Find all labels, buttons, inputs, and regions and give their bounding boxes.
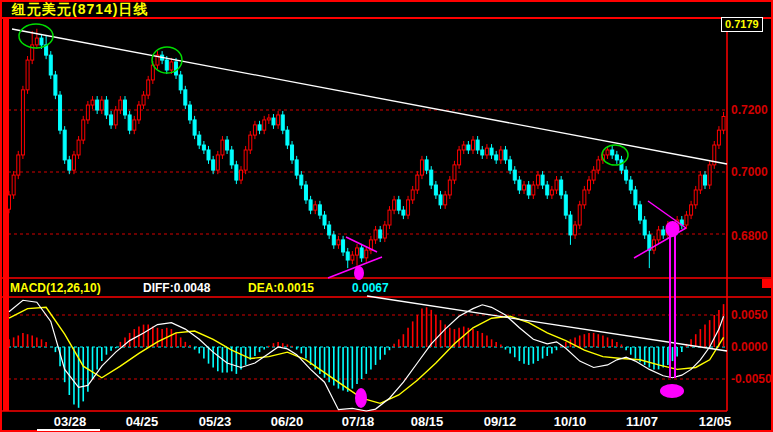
right-edge-marker	[762, 279, 771, 288]
date-axis-label: 05/23	[192, 414, 238, 429]
price-axis-label: 0.6800	[731, 229, 768, 243]
highlight-ellipses	[19, 24, 628, 165]
chart-frame	[0, 1, 773, 431]
last-price-badge: 0.7179	[721, 17, 763, 32]
gridlines	[8, 110, 727, 379]
macd-value-label: 0.0067	[352, 281, 389, 295]
date-axis-label: 07/18	[335, 414, 381, 429]
diff-value-label: DIFF:0.0048	[143, 281, 210, 295]
date-axis-label: 04/25	[119, 414, 165, 429]
date-axis-label: 06/20	[264, 414, 310, 429]
date-axis-label: 09/12	[477, 414, 523, 429]
chart-canvas[interactable]	[0, 0, 773, 432]
price-axis-label: 0.7000	[731, 165, 768, 179]
macd-params-label: MACD(12,26,10)	[10, 281, 101, 295]
horizontal-scrollbar-thumb[interactable]	[37, 429, 100, 431]
date-axis-label: 11/07	[619, 414, 665, 429]
date-axis-label: 10/10	[547, 414, 593, 429]
date-axis-label: 12/05	[692, 414, 738, 429]
pennant-annotations	[328, 201, 686, 278]
macd-axis-label: -0.0050	[731, 372, 772, 386]
dea-value-label: DEA:0.0015	[248, 281, 314, 295]
trading-app-window: 纽元美元(8714)日线 0.7179 MACD(12,26,10) DIFF:…	[0, 0, 773, 432]
price-axis-label: 0.7200	[731, 103, 768, 117]
date-axis-label: 03/28	[47, 414, 93, 429]
macd-trendline[interactable]	[367, 296, 727, 351]
macd-histogram	[9, 304, 724, 408]
page-title: 纽元美元(8714)日线	[12, 1, 148, 19]
date-axis-label: 08/15	[404, 414, 450, 429]
macd-axis-label: 0.0000	[731, 340, 768, 354]
candlestick-series	[8, 29, 726, 273]
macd-axis-label: 0.0050	[731, 308, 768, 322]
main-trendline[interactable]	[12, 29, 727, 164]
